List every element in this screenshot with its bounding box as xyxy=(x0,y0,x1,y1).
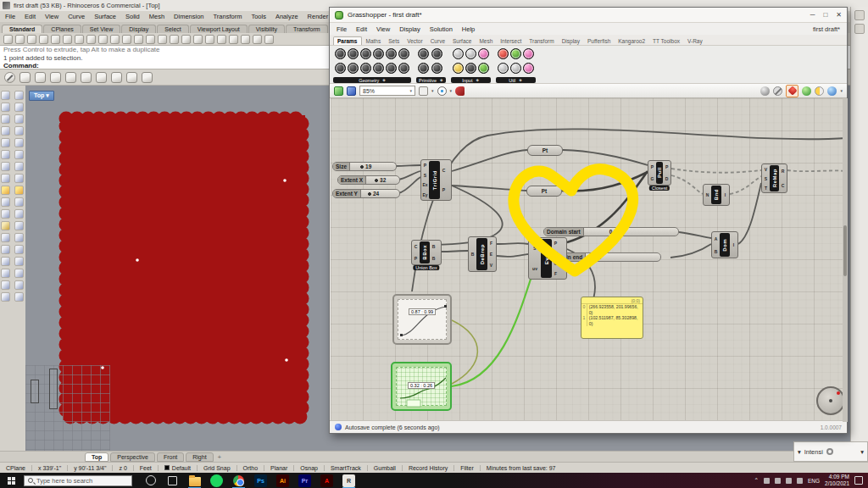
param-pt-2[interactable]: Pt xyxy=(526,186,562,197)
vp-tab-front[interactable]: Front xyxy=(157,452,184,462)
check-tool-icon[interactable] xyxy=(14,280,24,290)
dim-tool-icon[interactable] xyxy=(14,233,24,242)
gh-tab-transform[interactable]: Transform xyxy=(526,37,557,45)
gh-tab-kangaroo2[interactable]: Kangaroo2 xyxy=(615,37,648,45)
gradient-icon[interactable] xyxy=(478,63,489,74)
gh-tab-sets[interactable]: Sets xyxy=(385,37,403,45)
wireframe-preview-icon[interactable] xyxy=(760,86,770,96)
task-view-icon[interactable] xyxy=(168,476,177,485)
join-tool-icon[interactable] xyxy=(1,221,10,230)
gh-menu-help[interactable]: Help xyxy=(462,25,475,33)
srf-param-icon[interactable] xyxy=(386,48,397,59)
minimize-icon[interactable]: ─ xyxy=(810,11,815,19)
text-tool-icon[interactable] xyxy=(1,233,10,242)
tab-display[interactable]: Display xyxy=(121,25,156,33)
tab-cplanes[interactable]: CPlanes xyxy=(43,25,81,33)
group-label-util[interactable]: Util◆ xyxy=(496,77,536,83)
vp-tab-perspective[interactable]: Perspective xyxy=(110,452,155,462)
group-label-input[interactable]: Input◆ xyxy=(451,77,491,83)
sphere-tool-icon[interactable] xyxy=(14,162,24,171)
field-param-icon[interactable] xyxy=(398,63,409,74)
component-bbox[interactable]: CP BBox BB Union Box xyxy=(411,240,442,265)
curve-param-icon[interactable] xyxy=(335,63,346,74)
gh-menu-display[interactable]: Display xyxy=(399,25,420,33)
menu-dimension[interactable]: Dimension xyxy=(174,13,203,20)
plane-param-icon[interactable] xyxy=(373,48,384,59)
control-point[interactable] xyxy=(283,179,287,182)
gh-tab-vray[interactable]: V-Ray xyxy=(684,37,706,45)
gh-menu-solution[interactable]: Solution xyxy=(430,25,453,33)
menu-surface[interactable]: Surface xyxy=(94,13,116,20)
loft-tool-icon[interactable] xyxy=(14,150,24,159)
geometry-outline-rect[interactable] xyxy=(49,369,58,409)
zoom-extents-icon[interactable] xyxy=(419,86,428,96)
vector-param-icon[interactable] xyxy=(386,63,397,74)
pan-icon[interactable] xyxy=(98,35,108,44)
slider-knob[interactable] xyxy=(593,256,596,259)
slider-icon[interactable] xyxy=(453,48,464,59)
param-pt-1[interactable]: Pt xyxy=(527,145,563,156)
tab-transform[interactable]: Transform xyxy=(286,25,328,33)
gumball-icon[interactable] xyxy=(96,72,107,83)
extrude-icon[interactable] xyxy=(65,72,76,83)
sketch-brush-icon[interactable] xyxy=(455,86,465,96)
gh-tab-pufferfish[interactable]: Pufferfish xyxy=(584,37,614,45)
data-panel[interactable]: {0;0} 0 {266.923558, 201.99656, 0} 1 {10… xyxy=(581,297,643,339)
rhino-taskbar-button[interactable]: R xyxy=(342,474,355,487)
relay-icon[interactable] xyxy=(510,63,521,74)
boolean-param-icon[interactable] xyxy=(418,48,429,59)
panel-icon[interactable] xyxy=(453,63,464,74)
menu-edit[interactable]: Edit xyxy=(25,13,36,20)
lamp-icon[interactable] xyxy=(229,35,238,44)
photoshop-button[interactable]: Ps xyxy=(254,474,267,487)
center-icon[interactable] xyxy=(142,72,153,83)
trim-icon[interactable] xyxy=(111,72,122,83)
rotate-view-icon[interactable] xyxy=(205,35,214,44)
fillet-tool-icon[interactable] xyxy=(1,186,10,195)
orient-tool-icon[interactable] xyxy=(14,292,24,302)
taskbar-search-input[interactable]: Type here to search xyxy=(24,475,132,486)
boolean-diff-icon[interactable] xyxy=(14,197,24,207)
gh-tab-params[interactable]: Params xyxy=(333,36,362,45)
file-explorer-button[interactable] xyxy=(188,474,201,487)
zoom-icon[interactable] xyxy=(122,35,131,44)
action-center-icon[interactable] xyxy=(854,476,863,485)
smarttrack-toggle[interactable]: SmartTrack xyxy=(325,465,368,471)
menu-file[interactable]: File xyxy=(5,13,15,20)
box-param-icon[interactable] xyxy=(348,63,359,74)
component-remap[interactable]: VS T ReMap RC xyxy=(761,164,787,193)
point-param-icon[interactable] xyxy=(373,63,384,74)
canvas-vscrollbar[interactable] xyxy=(843,98,848,422)
viewport-grid-icon[interactable] xyxy=(181,35,191,44)
colour-swatch-icon[interactable] xyxy=(478,48,489,59)
mesh-tool-icon[interactable] xyxy=(1,209,10,219)
integer-param-icon[interactable] xyxy=(418,63,429,74)
units-field[interactable]: Feet xyxy=(134,465,159,471)
cut-icon[interactable] xyxy=(63,35,72,44)
group-label-geometry[interactable]: Geometry◆ xyxy=(333,77,411,83)
copy-icon[interactable] xyxy=(51,35,60,44)
chamfer-tool-icon[interactable] xyxy=(14,186,24,195)
split-viewport-icon[interactable] xyxy=(50,72,61,83)
component-trigrid[interactable]: PS ExEy TriGrid CP xyxy=(420,159,452,201)
menu-solid[interactable]: Solid xyxy=(125,13,140,20)
gh-tab-vector[interactable]: Vector xyxy=(403,37,426,45)
language-indicator[interactable]: ENG xyxy=(808,478,820,484)
gh-tab-surface[interactable]: Surface xyxy=(449,37,475,45)
chevron-down-icon[interactable]: ▾ xyxy=(450,88,453,93)
shaded-preview-selected[interactable] xyxy=(786,85,798,97)
named-view-icon[interactable] xyxy=(217,35,226,44)
start-button[interactable] xyxy=(0,473,22,488)
gh-doc-label[interactable]: first draft* xyxy=(813,25,840,33)
curve-tool-icon[interactable] xyxy=(1,103,10,112)
panel-icon[interactable] xyxy=(854,10,865,20)
polyline-tool-icon[interactable] xyxy=(1,126,10,136)
undo-icon[interactable] xyxy=(86,35,96,44)
scale-tool-icon[interactable] xyxy=(1,280,10,290)
menu-render[interactable]: Render xyxy=(308,13,329,20)
component-debrep[interactable]: B DeBrep FE V xyxy=(468,236,497,272)
tray-icon[interactable] xyxy=(764,478,770,484)
gh-tab-curve[interactable]: Curve xyxy=(427,37,448,45)
curve-blend-icon[interactable] xyxy=(14,138,24,147)
component-dom[interactable]: AB Dom I xyxy=(711,231,738,258)
